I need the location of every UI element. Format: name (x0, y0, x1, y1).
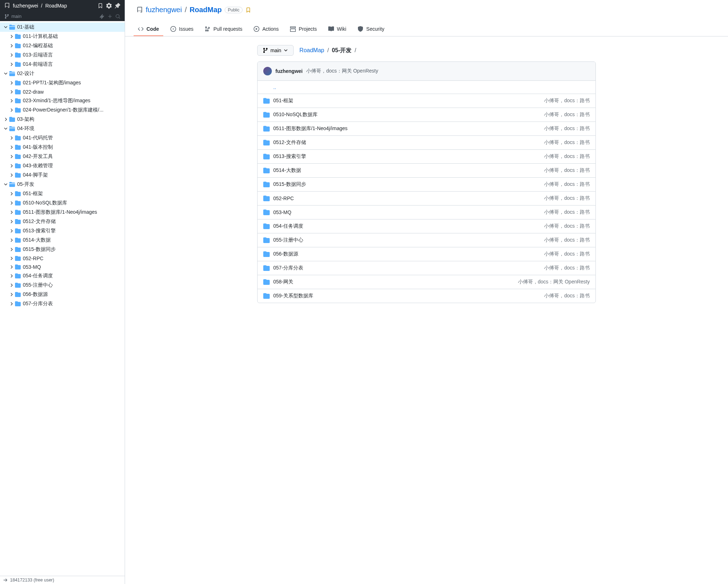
file-name[interactable]: 052-RPC (273, 196, 294, 201)
file-row[interactable]: 0512-文件存储小傅哥，docs：路书 (258, 136, 595, 150)
tree-item[interactable]: 053-MQ (0, 263, 125, 271)
file-name[interactable]: 051-框架 (273, 98, 293, 104)
file-commit-msg[interactable]: 小傅哥，docs：路书 (538, 293, 590, 299)
chevron-icon[interactable] (9, 209, 14, 215)
chevron-icon[interactable] (9, 154, 14, 159)
tree-item[interactable]: 0513-搜索引擎 (0, 226, 125, 236)
tree-item[interactable]: 023-Xmind/1-思维导图/images (0, 96, 125, 105)
tree-item[interactable]: 0512-文件存储 (0, 217, 125, 226)
file-row[interactable]: 056-数据源小傅哥，docs：路书 (258, 247, 595, 261)
plus-icon[interactable] (108, 14, 113, 19)
tree-item[interactable]: 054-任务调度 (0, 271, 125, 281)
zap-icon[interactable] (100, 14, 105, 19)
chevron-icon[interactable] (9, 247, 14, 252)
tree-item[interactable]: 04-环境 (0, 124, 125, 133)
file-commit-msg[interactable]: 小傅哥，docs：路书 (538, 139, 590, 146)
file-row[interactable]: 055-注册中心小傅哥，docs：路书 (258, 233, 595, 247)
tree-item[interactable]: 052-RPC (0, 254, 125, 263)
chevron-icon[interactable] (9, 172, 14, 178)
file-tree[interactable]: 01-基础011-计算机基础012-编程基础013-后端语言014-前端语言02… (0, 21, 125, 576)
file-commit-msg[interactable]: 小傅哥，docs：路书 (538, 181, 590, 188)
tree-item[interactable]: 041-版本控制 (0, 143, 125, 152)
file-row[interactable]: 054-任务调度小傅哥，docs：路书 (258, 219, 595, 233)
chevron-icon[interactable] (9, 144, 14, 150)
file-name[interactable]: 0514-大数据 (273, 167, 301, 174)
file-row[interactable]: 0511-图形数据库/1-Neo4j/images小傅哥，docs：路书 (258, 122, 595, 136)
chevron-icon[interactable] (9, 219, 14, 224)
breadcrumb-root[interactable]: RoadMap (299, 47, 324, 53)
chevron-icon[interactable] (3, 126, 9, 132)
chevron-icon[interactable] (9, 256, 14, 261)
file-commit-msg[interactable]: 小傅哥，docs：路书 (538, 195, 590, 202)
gear-icon[interactable] (106, 3, 112, 9)
tree-item[interactable]: 022-draw (0, 88, 125, 96)
file-name[interactable]: 0515-数据同步 (273, 181, 306, 188)
tree-item[interactable]: 043-依赖管理 (0, 161, 125, 170)
tree-item[interactable]: 024-PowerDesigner/1-数据库建模/... (0, 105, 125, 115)
chevron-icon[interactable] (3, 24, 9, 30)
tree-item[interactable]: 011-计算机基础 (0, 32, 125, 41)
file-row[interactable]: 052-RPC小傅哥，docs：路书 (258, 192, 595, 206)
tab-issues[interactable]: Issues (166, 23, 198, 36)
bookmark-icon[interactable] (98, 3, 103, 9)
file-row[interactable]: 0510-NoSQL数据库小傅哥，docs：路书 (258, 108, 595, 122)
file-commit-msg[interactable]: 小傅哥，docs：路书 (538, 98, 590, 104)
commit-author[interactable]: fuzhengwei (275, 68, 303, 74)
chevron-icon[interactable] (9, 282, 14, 288)
tree-item[interactable]: 013-后端语言 (0, 50, 125, 60)
chevron-icon[interactable] (9, 43, 14, 49)
file-name[interactable]: 054-任务调度 (273, 223, 303, 229)
parent-directory-row[interactable]: .. (258, 81, 595, 94)
file-name[interactable]: 055-注册中心 (273, 237, 303, 243)
sidebar-repo[interactable]: RoadMap (45, 3, 67, 9)
chevron-icon[interactable] (9, 273, 14, 279)
file-commit-msg[interactable]: 小傅哥，docs：路书 (538, 251, 590, 257)
tab-pull-requests[interactable]: Pull requests (200, 23, 246, 36)
file-commit-msg[interactable]: 小傅哥，docs：路书 (538, 153, 590, 160)
file-commit-msg[interactable]: 小傅哥，docs：路书 (538, 125, 590, 132)
chevron-icon[interactable] (9, 163, 14, 169)
tree-item[interactable]: 044-脚手架 (0, 170, 125, 180)
file-commit-msg[interactable]: 小傅哥，docs：路书 (538, 209, 590, 216)
file-row[interactable]: 059-关系型数据库小傅哥，docs：路书 (258, 289, 595, 303)
chevron-icon[interactable] (9, 34, 14, 39)
avatar[interactable] (263, 67, 272, 75)
tree-item[interactable]: 0511-图形数据库/1-Neo4j/images (0, 208, 125, 217)
branch-selector-button[interactable]: main (257, 45, 294, 56)
chevron-icon[interactable] (9, 89, 14, 95)
tree-item[interactable]: 05-开发 (0, 180, 125, 189)
chevron-icon[interactable] (3, 71, 9, 76)
file-row[interactable]: 051-框架小傅哥，docs：路书 (258, 94, 595, 108)
chevron-icon[interactable] (9, 80, 14, 86)
tree-item[interactable]: 041-代码托管 (0, 133, 125, 143)
parent-dir-link[interactable]: .. (273, 84, 276, 90)
file-row[interactable]: 057-分库分表小傅哥，docs：路书 (258, 261, 595, 275)
tree-item[interactable]: 012-编程基础 (0, 41, 125, 50)
bookmark-icon[interactable] (245, 7, 251, 13)
chevron-icon[interactable] (9, 292, 14, 297)
file-commit-msg[interactable]: 小傅哥，docs：路书 (538, 223, 590, 229)
sidebar-branch[interactable]: main (11, 14, 21, 19)
tab-actions[interactable]: Actions (249, 23, 283, 36)
tree-item[interactable]: 057-分库分表 (0, 299, 125, 308)
repo-link[interactable]: RoadMap (190, 6, 222, 14)
tab-wiki[interactable]: Wiki (324, 23, 350, 36)
file-name[interactable]: 0512-文件存储 (273, 139, 306, 146)
file-name[interactable]: 0511-图形数据库/1-Neo4j/images (273, 125, 348, 132)
file-row[interactable]: 053-MQ小傅哥，docs：路书 (258, 206, 595, 219)
tab-projects[interactable]: Projects (286, 23, 321, 36)
tree-item[interactable]: 02-设计 (0, 69, 125, 78)
tree-item[interactable]: 042-开发工具 (0, 152, 125, 161)
chevron-icon[interactable] (9, 98, 14, 104)
file-commit-msg[interactable]: 小傅哥，docs：路书 (538, 237, 590, 243)
latest-commit-header[interactable]: fuzhengwei 小傅哥，docs：网关 OpenResty (258, 62, 595, 81)
file-commit-msg[interactable]: 小傅哥，docs：路书 (538, 265, 590, 271)
file-name[interactable]: 056-数据源 (273, 251, 298, 257)
commit-message[interactable]: 小傅哥，docs：网关 OpenResty (306, 68, 378, 74)
file-row[interactable]: 058-网关小傅哥，docs：网关 OpenResty (258, 275, 595, 289)
tree-item[interactable]: 01-基础 (0, 23, 125, 32)
file-row[interactable]: 0515-数据同步小傅哥，docs：路书 (258, 178, 595, 192)
chevron-icon[interactable] (9, 107, 14, 113)
file-name[interactable]: 057-分库分表 (273, 265, 303, 271)
chevron-icon[interactable] (9, 228, 14, 234)
